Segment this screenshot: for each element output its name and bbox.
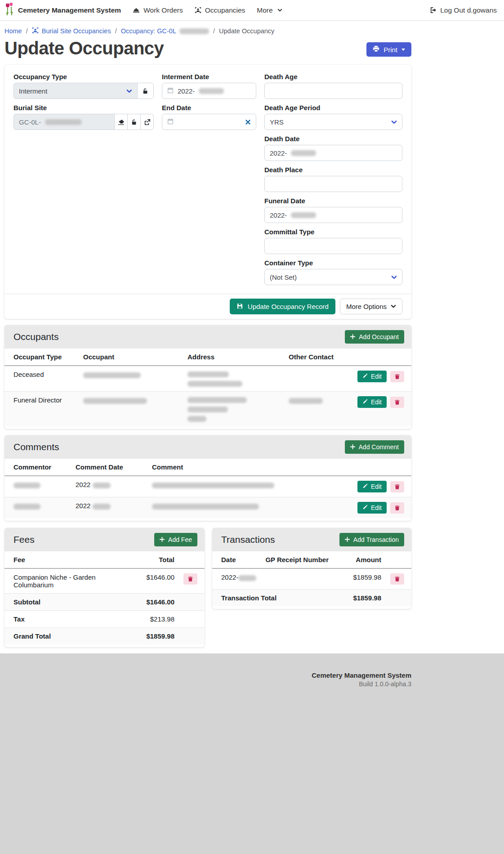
interment-date-input[interactable]: 2022- (162, 83, 256, 99)
delete-fee-button[interactable] (183, 573, 197, 585)
add-occupant-label: Add Occupant (359, 333, 399, 340)
occupancy-form-card: Occupancy Type Interment (4, 65, 411, 319)
add-comment-button[interactable]: Add Comment (345, 440, 404, 454)
trash-icon (394, 576, 400, 582)
burial-site-clear-button[interactable] (114, 114, 128, 130)
breadcrumb-occupancy[interactable]: Occupancy: GC-0L (121, 27, 209, 35)
occupancy-type-select[interactable]: Interment (13, 83, 138, 99)
more-options-button[interactable]: More Options (340, 299, 402, 314)
table-row: Transaction Total $1859.98 (212, 590, 411, 607)
death-place-input[interactable] (264, 176, 402, 192)
column-header: GP Receipt Number (261, 551, 339, 568)
redacted-text (199, 88, 224, 94)
comment-cell (147, 497, 344, 519)
burial-site-input[interactable]: GC-0L- (13, 114, 115, 130)
edit-comment-button[interactable]: Edit (357, 502, 387, 514)
container-type-label: Container Type (264, 259, 402, 267)
table-row: 2022- $1859.98 (212, 568, 411, 590)
occupants-table: Occupant Type Occupant Address Other Con… (4, 349, 411, 426)
transactions-table: Date GP Receipt Number Amount 2022- $185… (212, 551, 411, 606)
fee-name-cell: Companion Niche - Garden Columbarium (4, 568, 138, 594)
burial-site-value: GC-0L- (19, 118, 41, 126)
add-fee-button[interactable]: Add Fee (154, 533, 197, 546)
end-date-input[interactable] (162, 114, 256, 130)
comments-table: Commentor Comment Date Comment 2022 (4, 459, 411, 518)
add-transaction-button[interactable]: Add Transaction (339, 533, 404, 546)
death-age-input[interactable] (264, 83, 402, 99)
transaction-date-cell: 2022- (212, 568, 261, 590)
page-footer: Cemetery Management System Build 1.0.0-a… (0, 653, 504, 854)
occupancy-type-lock-button[interactable] (137, 83, 154, 99)
chevron-down-icon (277, 8, 282, 13)
edit-comment-button[interactable]: Edit (357, 481, 387, 492)
table-row: 2022 Edit (4, 497, 411, 519)
save-icon (236, 303, 243, 311)
nav-occupancies[interactable]: Occupancies (195, 6, 245, 14)
add-occupant-button[interactable]: Add Occupant (345, 330, 404, 344)
grand-total-label: Grand Total (4, 628, 138, 645)
table-row: Tax $213.98 (4, 611, 205, 628)
comments-card: Comments Add Comment Commentor Comment D… (4, 435, 411, 521)
brand-link[interactable]: Cemetery Management System (4, 3, 121, 18)
logout-link[interactable]: Log Out d.gowans (430, 6, 497, 14)
plus-icon (160, 536, 165, 543)
burial-site-lock-button[interactable] (127, 114, 141, 130)
death-date-input[interactable]: 2022- (264, 145, 402, 161)
funeral-date-label: Funeral Date (264, 197, 402, 205)
occupant-cell (79, 392, 183, 427)
redacted-text (93, 504, 111, 510)
column-header: Other Contact (284, 349, 348, 366)
occupant-type-cell: Funeral Director (4, 392, 79, 427)
end-date-label: End Date (162, 104, 256, 112)
print-label: Print (384, 46, 397, 54)
delete-occupant-button[interactable] (390, 397, 404, 408)
interment-date-value: 2022- (178, 87, 195, 95)
burial-site-open-button[interactable] (140, 114, 154, 130)
committal-type-label: Committal Type (264, 228, 402, 236)
container-type-select[interactable]: (Not Set) (264, 269, 402, 285)
column-header: Occupant (79, 349, 183, 366)
committal-type-input[interactable] (264, 238, 402, 254)
add-fee-label: Add Fee (168, 536, 192, 543)
printer-icon (373, 45, 379, 54)
death-age-period-select[interactable]: YRS (264, 114, 402, 130)
death-place-label: Death Place (264, 166, 402, 174)
column-header: Comment Date (71, 459, 147, 476)
death-date-value: 2022- (270, 149, 287, 157)
delete-occupant-button[interactable] (390, 371, 404, 382)
edit-label: Edit (371, 373, 382, 380)
redacted-text (83, 372, 141, 378)
chevron-down-icon (391, 303, 396, 310)
funeral-date-input[interactable]: 2022- (264, 207, 402, 223)
breadcrumb-burial-site-occupancies[interactable]: Burial Site Occupancies (32, 27, 111, 35)
nav-work-orders[interactable]: Work Orders (133, 6, 183, 14)
edit-label: Edit (371, 483, 382, 490)
comment-date-prefix: 2022 (76, 481, 90, 488)
container-type-value: (Not Set) (270, 273, 297, 281)
delete-transaction-button[interactable] (390, 573, 404, 585)
breadcrumb-home[interactable]: Home (4, 27, 22, 35)
death-age-label: Death Age (264, 73, 402, 80)
update-occupancy-record-button[interactable]: Update Occupancy Record (230, 299, 335, 314)
comment-cell (147, 476, 344, 497)
edit-occupant-button[interactable]: Edit (357, 371, 387, 382)
death-age-period-value: YRS (270, 118, 284, 126)
unlock-icon (131, 119, 138, 125)
column-header: Total (138, 551, 179, 568)
end-date-clear-icon[interactable] (245, 119, 251, 125)
edit-occupant-button[interactable]: Edit (357, 396, 387, 408)
occupancy-type-label: Occupancy Type (13, 73, 154, 80)
transaction-amount-cell: $1859.98 (339, 568, 386, 590)
table-row: Funeral Director (4, 392, 411, 427)
nav-more[interactable]: More (257, 6, 282, 14)
table-row: Grand Total $1859.98 (4, 628, 205, 645)
commentor-cell (4, 497, 71, 519)
grand-total-value: $1859.98 (138, 628, 179, 645)
nav-more-label: More (257, 6, 272, 14)
print-button[interactable]: Print (366, 42, 411, 57)
tax-value: $213.98 (138, 611, 179, 628)
column-header: Fee (4, 551, 138, 568)
delete-comment-button[interactable] (390, 502, 404, 514)
delete-comment-button[interactable] (390, 481, 404, 492)
redacted-text (13, 504, 40, 510)
